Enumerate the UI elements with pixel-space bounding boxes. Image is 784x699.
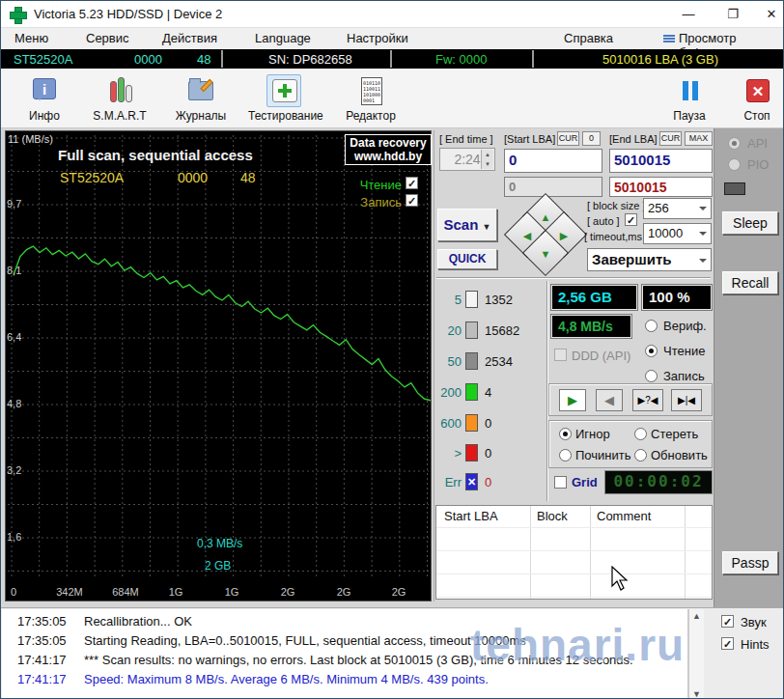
sleep-button[interactable]: Sleep [722, 211, 778, 235]
menu-item-2[interactable]: Сервис [86, 31, 129, 45]
legend-write-checkbox[interactable]: ✓ [406, 194, 418, 207]
x-tick-label: 1G [169, 586, 183, 598]
start-lba-input[interactable]: 0 [504, 149, 602, 173]
y-tick-label: 3,2 [7, 464, 21, 476]
stop-button[interactable]: ✕ Стоп [721, 72, 784, 123]
mode-radio-label: Вериф. [663, 319, 707, 333]
start-lba-current: 0 [504, 177, 602, 197]
defect-action-panel: ИгнорСтеретьПочинитьОбновить [548, 420, 713, 468]
hints-label: Hints [741, 637, 770, 652]
sound-label: Звук [741, 615, 767, 629]
passp-button[interactable]: Passp [722, 551, 778, 574]
defect-action-label: Обновить [651, 448, 708, 462]
menu-item-6[interactable]: Справка [564, 31, 613, 45]
end-lba-cur-button[interactable]: CUR [659, 131, 682, 146]
mode-radio-1[interactable] [645, 320, 658, 332]
play-button[interactable]: ▶ [559, 389, 586, 411]
minimize-button[interactable]: — [669, 1, 708, 28]
menu-item-5[interactable]: Настройки [347, 31, 408, 45]
menu-item-1[interactable]: Меню [14, 31, 48, 45]
defect-table[interactable]: Start LBABlockComment [435, 505, 713, 600]
grid-checkbox[interactable] [554, 476, 567, 489]
table-header-2[interactable]: Block [537, 509, 568, 523]
bucket-count-50: 2534 [485, 354, 513, 369]
scan-button[interactable]: Scan ▼ [437, 209, 497, 241]
toolbar-button-journals[interactable]: Журналы [165, 72, 237, 123]
smart-icon [102, 74, 137, 107]
recall-button[interactable]: Recall [722, 271, 778, 294]
graph-device-temp: 48 [240, 170, 256, 185]
bucket-label-200: 200 [434, 385, 462, 400]
timeout-select[interactable]: 10000 [643, 223, 712, 244]
after-scan-action-select[interactable]: Завершить [587, 248, 712, 271]
right-sidebar: API PIO Sleep Recall Passp [714, 128, 784, 607]
journals-icon [183, 74, 218, 107]
pio-radio-label: PIO [747, 157, 769, 172]
end-lba-input[interactable]: 5010015 [609, 149, 713, 173]
toolbar-button-editor[interactable]: 010110 110011 101000 0001Редактор [335, 72, 406, 123]
start-lba-zero-button[interactable]: 0 [582, 131, 601, 146]
main-area: 11 (MB/s) Full scan, sequential access S… [1, 128, 784, 607]
scroll-up-icon[interactable]: ▲ [689, 609, 704, 623]
table-header-1[interactable]: Start LBA [444, 509, 498, 523]
device-model: ST52520A [14, 52, 72, 67]
hints-checkbox[interactable]: ✓ [721, 637, 734, 650]
legend-read-checkbox[interactable]: ✓ [406, 177, 418, 189]
log-scrollbar[interactable]: ▲ ▼ [688, 609, 704, 699]
toolbar-button-testing[interactable]: Тестирование [248, 72, 320, 123]
bucket-label-50: 50 [434, 354, 462, 369]
seek-test-button[interactable]: ▶?◀ [632, 389, 663, 411]
auto-checkbox[interactable]: ✓ [625, 213, 637, 226]
toolbar-button-info[interactable]: iИнфо [9, 72, 80, 123]
step-back-button[interactable]: ◀ [596, 389, 623, 411]
maximize-button[interactable]: ❐ [714, 1, 752, 28]
mode-radio-2[interactable] [645, 345, 658, 357]
butterfly-button[interactable]: ▶|◀ [671, 389, 702, 411]
bucket-label-Err: Err [434, 475, 462, 489]
device-temp: 48 [197, 52, 210, 67]
y-tick-label: 1,6 [7, 531, 21, 543]
pause-button[interactable]: Пауза [654, 72, 725, 123]
stop-icon: ✕ [740, 74, 774, 107]
api-radio[interactable] [728, 137, 741, 150]
end-lba-max-button[interactable]: MAX [685, 131, 713, 146]
auto-label: [ auto ] [587, 215, 620, 227]
mode-radio-label: Запись [663, 369, 705, 383]
transport-buttons-panel: ▶ ◀ ▶?◀ ▶|◀ [548, 383, 713, 416]
y-tick-label: 6,4 [7, 331, 21, 343]
pio-radio[interactable] [728, 158, 741, 171]
close-button[interactable]: ✕ [752, 1, 784, 28]
ddd-api-label: DDD (API) [572, 349, 630, 363]
grid-label: Grid [572, 475, 598, 489]
end-time-spinner[interactable]: 2:24 ▲▼ [439, 148, 495, 171]
block-size-select[interactable]: 256 [643, 198, 712, 219]
defect-action-radio-4[interactable] [634, 449, 647, 461]
defect-action-radio-1[interactable] [559, 428, 572, 440]
window-title: Victoria 5.23 HDD/SSD | Device 2 [34, 7, 222, 21]
activity-indicator [724, 182, 745, 195]
sound-checkbox[interactable]: ✓ [721, 615, 734, 628]
device-capacity: 5010016 LBA (3 GB) [602, 52, 718, 67]
ddd-api-checkbox[interactable] [554, 349, 567, 361]
bucket-count-Err: 0 [485, 475, 491, 489]
mode-radio-3[interactable] [645, 370, 658, 382]
seek-pad: ▲ ◀ ▶ ▼ [509, 198, 582, 271]
device-serial: SN: DP682658 [268, 52, 352, 67]
defect-action-radio-2[interactable] [634, 428, 647, 440]
scroll-down-icon[interactable]: ▼ [689, 687, 704, 699]
end-lba-label: [End LBA] [609, 133, 658, 145]
table-header-3[interactable]: Comment [597, 509, 651, 523]
graph-y-max-label: 11 (MB/s) [8, 133, 53, 145]
menu-item-3[interactable]: Действия [162, 31, 217, 45]
toolbar-button-smart[interactable]: S.M.A.R.T [84, 72, 155, 123]
bucket-count->: 0 [485, 446, 491, 461]
quick-button[interactable]: QUICK [437, 249, 497, 269]
defect-action-radio-3[interactable] [559, 449, 572, 461]
bucket-label->: > [434, 446, 462, 461]
y-tick-label: 8,1 [7, 265, 21, 276]
bucket-swatch-200 [465, 383, 478, 401]
start-lba-cur-button[interactable]: CUR [557, 131, 579, 146]
end-time-spin-arrows[interactable]: ▲▼ [481, 150, 493, 169]
log-pane[interactable]: 17:35:05Recallibration... OK17:35:05Star… [2, 609, 688, 699]
menu-item-4[interactable]: Language [255, 31, 311, 45]
